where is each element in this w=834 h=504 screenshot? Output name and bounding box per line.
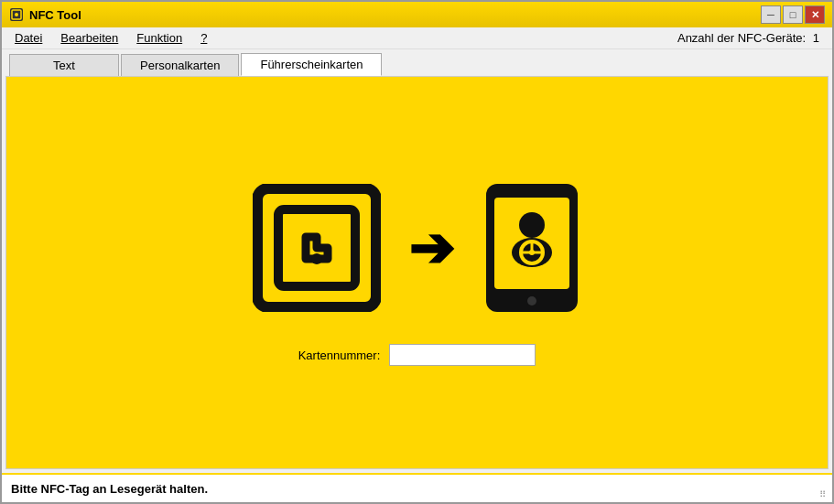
- tab-personalkarten[interactable]: Personalkarten: [121, 54, 239, 76]
- menu-bar: Datei Bearbeiten Funktion ? Anzahl der N…: [2, 27, 832, 49]
- kartennummer-label: Kartennummer:: [298, 349, 381, 362]
- menu-funktion[interactable]: Funktion: [127, 29, 191, 47]
- kartennummer-row: Kartennummer:: [298, 344, 536, 366]
- tab-text[interactable]: Text: [9, 54, 119, 76]
- nfc-count-value: 1: [813, 31, 819, 45]
- menu-items: Datei Bearbeiten Funktion ?: [5, 29, 216, 47]
- main-graphic: ➔: [253, 179, 582, 316]
- kartennummer-input[interactable]: [389, 344, 536, 366]
- arrow-icon: ➔: [408, 216, 454, 280]
- menu-help[interactable]: ?: [191, 29, 216, 47]
- content-area: ➔: [5, 76, 829, 469]
- app-icon: [9, 7, 24, 22]
- svg-point-2: [15, 13, 18, 16]
- resize-handle[interactable]: ⠿: [819, 489, 830, 500]
- tab-fuehrerscheinkarten[interactable]: Führerscheinkarten: [241, 53, 382, 76]
- svg-point-15: [527, 296, 536, 306]
- status-text: Bitte NFC-Tag an Lesegerät halten.: [11, 482, 208, 496]
- maximize-button[interactable]: □: [783, 5, 803, 24]
- menu-bearbeiten[interactable]: Bearbeiten: [51, 29, 127, 47]
- svg-point-8: [519, 212, 545, 238]
- nfc-tag-icon: [253, 184, 381, 312]
- svg-point-5: [311, 253, 322, 264]
- title-bar: NFC Tool ─ □ ✕: [2, 2, 832, 27]
- minimize-button[interactable]: ─: [761, 5, 781, 24]
- menu-datei[interactable]: Datei: [5, 29, 51, 47]
- window-title: NFC Tool: [29, 8, 755, 22]
- main-window: NFC Tool ─ □ ✕ Datei Bearbeiten Funktion…: [0, 0, 834, 504]
- window-controls: ─ □ ✕: [761, 5, 825, 24]
- close-button[interactable]: ✕: [805, 5, 825, 24]
- phone-icon: [482, 179, 582, 316]
- nfc-count-display: Anzahl der NFC-Geräte: 1: [677, 31, 829, 45]
- status-bar: Bitte NFC-Tag an Lesegerät halten. ⠿: [2, 473, 832, 502]
- tabs-bar: Text Personalkarten Führerscheinkarten: [2, 49, 832, 76]
- nfc-count-label: Anzahl der NFC-Geräte:: [677, 31, 806, 45]
